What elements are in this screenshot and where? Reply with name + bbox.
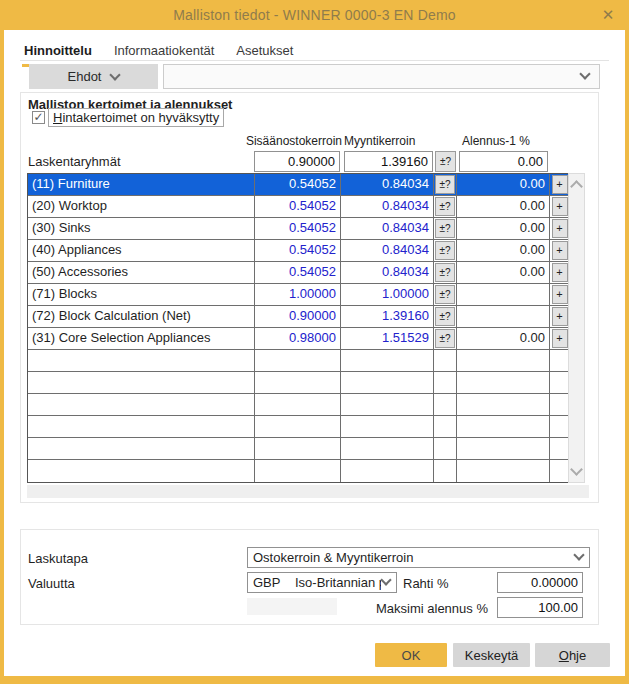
window-border-left	[0, 30, 4, 684]
help-button[interactable]: Ohje	[535, 643, 610, 667]
row-sell-multiplier[interactable]: 1.00000	[341, 284, 434, 305]
conditions-value-combobox[interactable]	[163, 64, 600, 89]
row-buy-multiplier[interactable]: 0.54052	[255, 240, 341, 261]
row-discount[interactable]: 0.00	[457, 174, 550, 195]
row-buy-multiplier[interactable]	[255, 372, 341, 393]
tab-hinnoittelu[interactable]: Hinnoittelu	[22, 40, 94, 67]
plus-button[interactable]: +	[552, 175, 568, 194]
table-row[interactable]	[28, 350, 569, 372]
approved-checkbox[interactable]: ✓	[32, 111, 45, 124]
plusminus-button[interactable]: ±?	[435, 241, 455, 260]
table-row[interactable]: (40) Appliances0.540520.84034±?0.00+	[28, 240, 569, 262]
plusminus-button[interactable]: ±?	[435, 307, 455, 326]
plus-button[interactable]: +	[552, 263, 568, 282]
row-discount[interactable]	[457, 372, 550, 393]
row-sell-multiplier[interactable]	[341, 416, 434, 437]
row-sell-multiplier[interactable]: 0.84034	[341, 218, 434, 239]
plus-button[interactable]: +	[552, 241, 568, 260]
row-sell-multiplier[interactable]: 0.84034	[341, 262, 434, 283]
row-buy-multiplier[interactable]	[255, 350, 341, 371]
row-discount[interactable]	[457, 416, 550, 437]
table-row[interactable]: (71) Blocks1.000001.00000±?+	[28, 284, 569, 306]
row-plusminus-cell: ±?	[434, 306, 457, 327]
table-row[interactable]: (11) Furniture0.540520.84034±?0.00+	[28, 174, 569, 196]
row-sell-multiplier[interactable]	[341, 460, 434, 482]
row-sell-multiplier[interactable]: 0.84034	[341, 240, 434, 261]
row-buy-multiplier[interactable]	[255, 416, 341, 437]
conditions-dropdown-button[interactable]: Ehdot	[29, 64, 158, 89]
ok-button[interactable]: OK	[375, 643, 447, 667]
table-row[interactable]: (30) Sinks0.540520.84034±?0.00+	[28, 218, 569, 240]
plusminus-button[interactable]: ±?	[435, 175, 455, 194]
vertical-scrollbar[interactable]	[568, 173, 585, 483]
row-buy-multiplier[interactable]	[255, 460, 341, 482]
table-row[interactable]: (20) Worktop0.540520.84034±?0.00+	[28, 196, 569, 218]
row-buy-multiplier[interactable]: 0.54052	[255, 218, 341, 239]
scroll-down-icon[interactable]	[570, 463, 583, 476]
row-group-name	[28, 438, 255, 459]
row-buy-multiplier[interactable]: 0.90000	[255, 306, 341, 327]
row-discount[interactable]: 0.00	[457, 240, 550, 261]
scroll-up-icon[interactable]	[570, 180, 583, 193]
row-discount[interactable]	[457, 306, 550, 327]
cancel-button[interactable]: Keskeytä	[453, 643, 530, 667]
row-buy-multiplier[interactable]	[255, 438, 341, 459]
table-row[interactable]	[28, 394, 569, 416]
row-discount[interactable]	[457, 438, 550, 459]
plusminus-button[interactable]: ±?	[435, 197, 455, 216]
plus-button[interactable]: +	[552, 329, 568, 348]
plusminus-button[interactable]: ±?	[435, 329, 455, 348]
row-buy-multiplier[interactable]: 0.98000	[255, 328, 341, 349]
calculation-method-combobox[interactable]: Ostokerroin & Myyntikerroin	[247, 547, 590, 568]
row-discount[interactable]: 0.00	[457, 328, 550, 349]
groups-plusminus-button[interactable]: ±?	[435, 151, 456, 172]
tab-informaatiokentat[interactable]: Informaatiokentät	[112, 40, 216, 67]
table-row[interactable]	[28, 372, 569, 394]
groups-buy-multiplier-input[interactable]	[254, 151, 340, 172]
plus-button[interactable]: +	[552, 197, 568, 216]
row-discount[interactable]: 0.00	[457, 196, 550, 217]
currency-combobox[interactable]: GBPIso-Britannian pun	[247, 572, 397, 593]
tab-asetukset[interactable]: Asetukset	[234, 40, 295, 67]
row-sell-multiplier[interactable]: 1.39160	[341, 306, 434, 327]
row-discount[interactable]: 0.00	[457, 262, 550, 283]
row-discount[interactable]	[457, 394, 550, 415]
table-row[interactable]: (50) Accessories0.540520.84034±?0.00+	[28, 262, 569, 284]
approved-checkbox-label[interactable]: Hintakertoimet on hyväksytty	[48, 108, 224, 127]
table-row[interactable]: (31) Core Selection Appliances0.980001.5…	[28, 328, 569, 350]
row-sell-multiplier[interactable]: 0.84034	[341, 196, 434, 217]
row-discount[interactable]	[457, 460, 550, 482]
row-group-name: (50) Accessories	[28, 262, 255, 283]
plus-button[interactable]: +	[552, 285, 568, 304]
row-buy-multiplier[interactable]: 0.54052	[255, 262, 341, 283]
row-sell-multiplier[interactable]	[341, 372, 434, 393]
plus-button[interactable]: +	[552, 307, 568, 326]
window-border-right	[625, 30, 629, 684]
row-discount[interactable]: 0.00	[457, 218, 550, 239]
groups-sell-multiplier-input[interactable]	[344, 151, 433, 172]
table-row[interactable]	[28, 460, 569, 482]
row-buy-multiplier[interactable]	[255, 394, 341, 415]
table-row[interactable]	[28, 416, 569, 438]
row-sell-multiplier[interactable]	[341, 438, 434, 459]
row-sell-multiplier[interactable]	[341, 350, 434, 371]
plusminus-button[interactable]: ±?	[435, 219, 455, 238]
row-buy-multiplier[interactable]: 1.00000	[255, 284, 341, 305]
row-sell-multiplier[interactable]: 1.51529	[341, 328, 434, 349]
plusminus-button[interactable]: ±?	[435, 285, 455, 304]
row-sell-multiplier[interactable]: 0.84034	[341, 174, 434, 195]
close-icon[interactable]: ✕	[597, 4, 619, 26]
plusminus-button[interactable]: ±?	[435, 263, 455, 282]
row-discount[interactable]	[457, 284, 550, 305]
table-row[interactable]: (72) Block Calculation (Net)0.900001.391…	[28, 306, 569, 328]
table-row[interactable]	[28, 438, 569, 460]
max-discount-input[interactable]	[497, 597, 583, 618]
row-buy-multiplier[interactable]: 0.54052	[255, 196, 341, 217]
groups-discount-input[interactable]	[459, 151, 548, 172]
tab-bar: Hinnoittelu Informaatiokentät Asetukset	[22, 40, 295, 67]
plus-button[interactable]: +	[552, 219, 568, 238]
freight-percent-input[interactable]	[497, 572, 583, 593]
row-buy-multiplier[interactable]: 0.54052	[255, 174, 341, 195]
row-discount[interactable]	[457, 350, 550, 371]
row-sell-multiplier[interactable]	[341, 394, 434, 415]
